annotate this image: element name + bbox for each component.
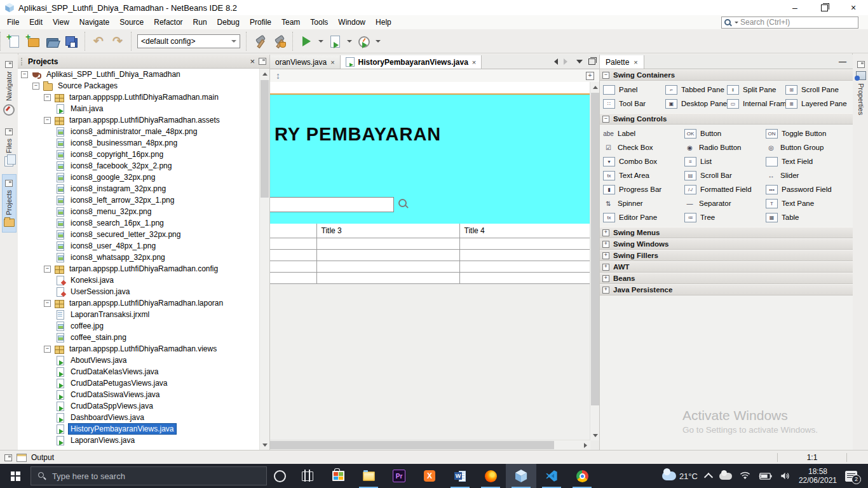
tab-list-dropdown-icon[interactable] — [576, 60, 583, 67]
grid-options-icon[interactable]: + — [586, 72, 594, 80]
expand-icon[interactable]: + — [602, 229, 609, 236]
collapse-icon[interactable]: − — [602, 72, 609, 79]
scroll-up-icon[interactable] — [590, 82, 600, 92]
palette-section-java-persistence[interactable]: +Java Persistence — [600, 284, 853, 295]
palette-item-editor-pane[interactable]: txEditor Pane — [600, 210, 682, 224]
palette-item-desktop-pane[interactable]: ▣Desktop Pane — [663, 97, 724, 111]
tree-item[interactable]: coffee.jpg — [18, 320, 260, 332]
tree-item[interactable]: icons8_instagram_32px.png — [18, 183, 260, 194]
open-project-button[interactable] — [44, 34, 60, 49]
palette-item-tabbed-pane[interactable]: ⌐Tabbed Pane — [663, 83, 724, 97]
menu-tools[interactable]: Tools — [305, 17, 333, 28]
onedrive-button[interactable] — [715, 473, 736, 480]
tree-item[interactable]: icons8_user_48px_1.png — [18, 240, 260, 252]
palette-item-list[interactable]: ≡List — [682, 154, 763, 168]
palette-section-swing-containers[interactable]: −Swing Containers — [600, 69, 853, 81]
file-explorer-button[interactable] — [353, 464, 384, 488]
palette-item-text-area[interactable]: txText Area — [600, 168, 682, 182]
editor-horizontal-scrollbar[interactable] — [270, 440, 590, 450]
expand-toggle-icon[interactable]: − — [44, 300, 51, 307]
expand-toggle-icon[interactable]: − — [44, 117, 51, 124]
tree-item[interactable]: icons8_whatsapp_32px.png — [18, 252, 260, 263]
palette-item-radio-button[interactable]: ◉Radio Button — [682, 140, 763, 154]
palette-tab[interactable]: Palette × — [600, 55, 644, 69]
network-button[interactable] — [736, 471, 754, 480]
run-dropdown-icon[interactable] — [318, 40, 323, 45]
tree-item[interactable]: CrudDataKelasViews.java — [18, 366, 260, 377]
battery-button[interactable] — [754, 472, 776, 480]
menu-run[interactable]: Run — [188, 17, 212, 28]
palette-item-formatted-field[interactable]: /-/Formatted Field — [682, 182, 763, 196]
palette-item-separator[interactable]: —Separator — [682, 196, 763, 210]
config-combobox[interactable]: <default config> — [137, 34, 240, 48]
tree-item[interactable]: −tarpan.apppspp.LuthfiDhiyaRamadhan.main — [18, 92, 260, 103]
resize-handle-icon[interactable]: ↕ — [276, 71, 280, 81]
close-tab-icon[interactable]: × — [330, 58, 334, 66]
menu-help[interactable]: Help — [370, 17, 397, 28]
close-panel-icon[interactable]: × — [250, 57, 255, 65]
palette-item-split-pane[interactable]: ‖Split Pane — [724, 83, 783, 97]
tree-item[interactable]: CrudDataSppViews.java — [18, 400, 260, 412]
menu-file[interactable]: File — [2, 17, 24, 28]
expand-toggle-icon[interactable]: − — [44, 266, 51, 273]
design-table[interactable]: Title 3Title 4 — [270, 224, 590, 284]
scroll-tabs-right-icon[interactable] — [564, 58, 571, 65]
palette-item-tool-bar[interactable]: ∷Tool Bar — [600, 97, 663, 111]
float-window-icon[interactable] — [259, 58, 266, 65]
menu-source[interactable]: Source — [114, 17, 149, 28]
menu-edit[interactable]: Edit — [24, 17, 48, 28]
weather-widget[interactable]: 21°C — [658, 471, 702, 481]
new-project-button[interactable] — [25, 34, 41, 49]
tree-item[interactable]: coffee_stain.png — [18, 332, 260, 343]
tree-item[interactable]: icons8_businessman_48px.png — [18, 137, 260, 149]
tree-item[interactable]: CrudDataPetugasViews.java — [18, 377, 260, 389]
cortana-button[interactable] — [267, 464, 292, 488]
debug-project-button[interactable] — [327, 34, 342, 49]
premiere-pro-button[interactable]: Pr — [384, 464, 414, 488]
scrollbar-thumb[interactable] — [261, 80, 269, 198]
palette-item-password-field[interactable]: •••Password Field — [763, 182, 853, 196]
profile-dropdown-icon[interactable] — [376, 40, 381, 45]
save-all-button[interactable] — [64, 34, 79, 49]
xampp-button[interactable]: X — [414, 464, 445, 488]
design-panel[interactable]: RY PEMBAYARAN — [270, 95, 590, 224]
palette-item-scroll-bar[interactable]: ▤Scroll Bar — [682, 168, 763, 182]
palette-item-combo-box[interactable]: ▾Combo Box — [600, 154, 682, 168]
start-button[interactable] — [0, 464, 31, 488]
netbeans-button[interactable] — [506, 464, 536, 488]
restore-button[interactable] — [810, 0, 839, 15]
expand-icon[interactable]: + — [602, 252, 609, 259]
tree-item[interactable]: icons8_menu_32px.png — [18, 206, 260, 217]
chrome-button[interactable] — [567, 464, 597, 488]
palette-section-swing-windows[interactable]: +Swing Windows — [600, 238, 853, 250]
taskbar-clock[interactable]: 18:58 22/06/2021 — [794, 467, 841, 485]
menu-refactor[interactable]: Refactor — [149, 17, 187, 28]
dock-tab-files[interactable]: Files — [3, 123, 15, 172]
menu-navigate[interactable]: Navigate — [74, 17, 114, 28]
minimize-panel-icon[interactable]: — — [839, 57, 853, 66]
tree-item[interactable]: HistoryPembayaranViews.java — [18, 423, 260, 435]
palette-item-label[interactable]: labelLabel — [600, 126, 682, 140]
projects-panel-header[interactable]: Projects × — [18, 55, 269, 69]
menu-debug[interactable]: Debug — [212, 17, 245, 28]
volume-button[interactable] — [776, 471, 794, 480]
scroll-down-icon[interactable] — [260, 440, 269, 450]
new-file-button[interactable] — [6, 34, 22, 49]
tree-item[interactable]: −tarpan.appspp.LuthfiDhiyaRamadhan.lapor… — [18, 297, 260, 309]
palette-section-swing-fillers[interactable]: +Swing Fillers — [600, 250, 853, 261]
profile-project-button[interactable] — [356, 34, 371, 49]
dock-tab-navigator[interactable]: Navigator — [2, 56, 16, 121]
scroll-tabs-left-icon[interactable] — [551, 58, 558, 65]
redo-button[interactable]: ↷ — [110, 34, 125, 49]
tree-item[interactable]: icons8_administrator_male_48px.png — [18, 126, 260, 137]
tree-item[interactable]: −tarpan.appspp.LuthfiDhiyaRamadhan.asset… — [18, 114, 260, 126]
taskbar-search-input[interactable]: Type here to search — [31, 466, 267, 485]
tab-laporanviews[interactable]: oranViews.java × — [270, 55, 341, 69]
palette-item-toggle-button[interactable]: ONToggle Button — [763, 126, 853, 140]
projects-vertical-scrollbar[interactable] — [259, 69, 269, 450]
scroll-up-icon[interactable] — [260, 69, 269, 78]
tree-item[interactable]: LaporanViews.java — [18, 435, 260, 446]
tree-item[interactable]: Koneksi.java — [18, 274, 260, 286]
expand-icon[interactable]: + — [602, 264, 609, 271]
tree-item[interactable]: −tarpan.appspp.LuthfiDhiyaRamadhan.confi… — [18, 263, 260, 274]
